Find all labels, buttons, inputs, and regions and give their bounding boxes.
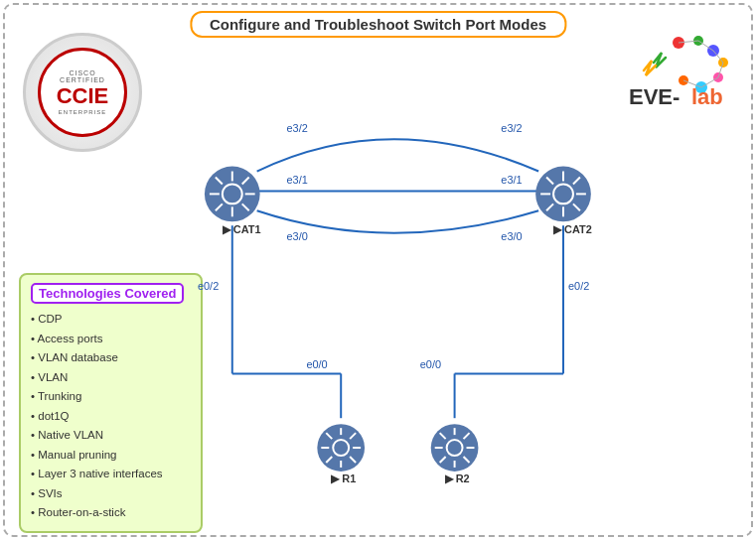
svg-point-52 — [553, 184, 573, 203]
svg-text:e3/2: e3/2 — [501, 122, 522, 134]
network-diagram: e3/2 e3/2 e3/1 e3/1 e3/0 e3/0 e0/2 e0/2 … — [5, 5, 751, 535]
svg-point-74 — [447, 440, 463, 456]
svg-text:▶ CAT2: ▶ CAT2 — [553, 223, 592, 235]
svg-text:e3/0: e3/0 — [501, 230, 522, 242]
svg-text:▶ CAT1: ▶ CAT1 — [223, 223, 261, 235]
svg-text:e0/2: e0/2 — [198, 280, 219, 292]
svg-text:e0/0: e0/0 — [420, 358, 441, 370]
svg-text:▶ R1: ▶ R1 — [331, 472, 356, 484]
svg-text:e3/1: e3/1 — [501, 174, 522, 186]
svg-text:e0/2: e0/2 — [568, 280, 589, 292]
svg-text:e3/1: e3/1 — [286, 174, 307, 186]
svg-text:e0/0: e0/0 — [306, 358, 327, 370]
svg-point-63 — [333, 440, 349, 456]
svg-text:e3/0: e3/0 — [286, 230, 307, 242]
svg-text:▶ R2: ▶ R2 — [445, 472, 470, 484]
svg-text:e3/2: e3/2 — [286, 122, 307, 134]
main-container: Configure and Troubleshoot Switch Port M… — [3, 3, 753, 537]
svg-point-41 — [223, 184, 242, 203]
page-title: Configure and Troubleshoot Switch Port M… — [190, 11, 566, 38]
